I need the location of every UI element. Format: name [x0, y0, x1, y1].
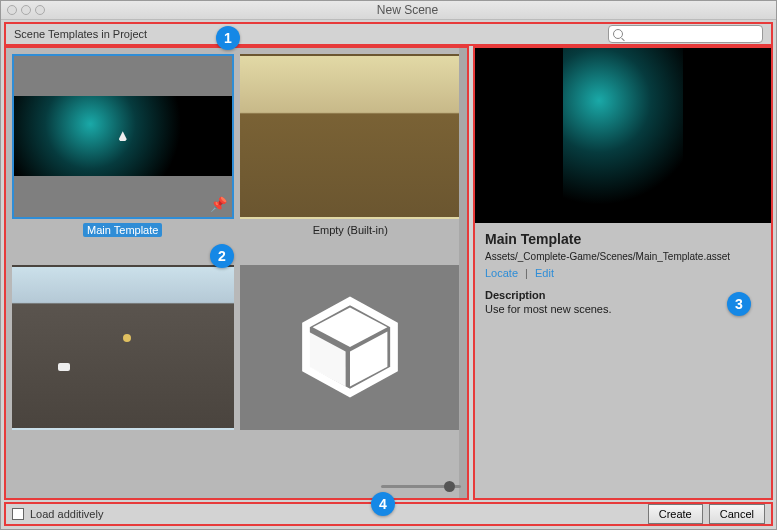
description-heading: Description	[485, 289, 761, 301]
ground-object-icon	[58, 363, 70, 371]
rocket-icon	[119, 131, 127, 141]
locate-link[interactable]: Locate	[485, 267, 518, 279]
unity-logo-icon	[295, 292, 405, 402]
template-thumb[interactable]	[12, 265, 234, 430]
nebula-preview-icon	[14, 96, 232, 176]
callout-1: 1	[216, 26, 240, 50]
details-links: Locate | Edit	[485, 267, 761, 279]
content-area: 📌 Main Template Empty (Built-in)	[1, 46, 776, 500]
header-label: Scene Templates in Project	[14, 28, 147, 40]
maximize-window-icon[interactable]	[35, 5, 45, 15]
minimize-window-icon[interactable]	[21, 5, 31, 15]
details-preview	[475, 48, 771, 223]
template-card-4[interactable]	[240, 265, 462, 470]
cancel-button[interactable]: Cancel	[709, 504, 765, 524]
link-separator: |	[525, 267, 528, 279]
template-thumb[interactable]: 📌	[12, 54, 234, 219]
details-panel: Main Template Assets/_Complete-Game/Scen…	[473, 46, 773, 500]
titlebar: New Scene	[1, 1, 776, 20]
template-card-3[interactable]	[12, 265, 234, 470]
callout-2: 2	[210, 244, 234, 268]
search-icon	[613, 29, 623, 39]
details-body: Main Template Assets/_Complete-Game/Scen…	[475, 223, 771, 323]
window-title: New Scene	[45, 3, 770, 17]
description-text: Use for most new scenes.	[485, 303, 761, 315]
nebula-preview-icon	[563, 48, 683, 223]
template-card-main[interactable]: 📌 Main Template	[12, 54, 234, 259]
create-button[interactable]: Create	[648, 504, 703, 524]
footer-buttons: Create Cancel	[648, 504, 765, 524]
template-thumb[interactable]	[240, 265, 462, 430]
load-additively-checkbox[interactable]	[12, 508, 24, 520]
template-thumb[interactable]	[240, 54, 462, 219]
template-label	[346, 434, 354, 436]
footer-bar: Load additively Create Cancel 4	[4, 502, 773, 526]
details-title: Main Template	[485, 231, 761, 247]
template-label: Main Template	[83, 223, 162, 237]
pin-icon[interactable]: 📌	[210, 196, 227, 212]
thumbnail-size-slider[interactable]	[381, 485, 461, 488]
slider-knob-icon[interactable]	[444, 481, 455, 492]
edit-link[interactable]: Edit	[535, 267, 554, 279]
callout-3: 3	[727, 292, 751, 316]
details-asset-path: Assets/_Complete-Game/Scenes/Main_Templa…	[485, 251, 761, 262]
light-object-icon	[123, 334, 131, 342]
template-grid-panel: 📌 Main Template Empty (Built-in)	[4, 46, 469, 500]
template-label: Empty (Built-in)	[309, 223, 392, 237]
close-window-icon[interactable]	[7, 5, 17, 15]
search-field[interactable]	[608, 25, 763, 43]
scrollbar[interactable]	[459, 48, 467, 476]
load-additively-label: Load additively	[30, 508, 103, 520]
new-scene-window: New Scene Scene Templates in Project 1 📌…	[0, 0, 777, 530]
header-bar: Scene Templates in Project 1	[4, 22, 773, 46]
template-card-empty[interactable]: Empty (Built-in)	[240, 54, 462, 259]
search-input[interactable]	[623, 28, 758, 39]
thumbnail-size-row	[6, 476, 467, 498]
template-grid[interactable]: 📌 Main Template Empty (Built-in)	[6, 48, 467, 476]
template-label	[119, 434, 127, 436]
callout-4: 4	[371, 492, 395, 516]
window-controls	[7, 5, 45, 15]
